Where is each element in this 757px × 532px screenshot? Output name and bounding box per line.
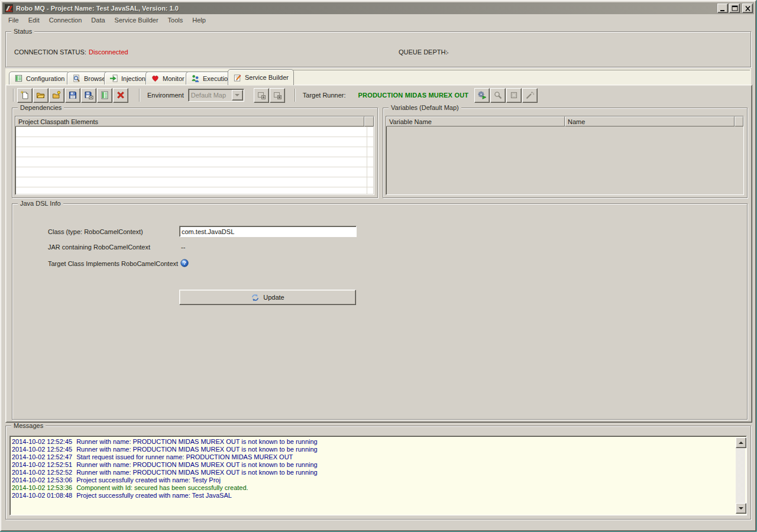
- tab-strip: Configuration Browse Injection Monitor: [5, 69, 751, 85]
- messages-legend: Messages: [11, 422, 46, 429]
- frame-icon: [509, 90, 519, 100]
- menu-item[interactable]: Connection: [44, 15, 87, 25]
- open-project-button[interactable]: [33, 88, 48, 103]
- java-dsl-legend: Java DSL Info: [18, 200, 63, 207]
- log-timestamp: 2014-10-02 01:08:48: [12, 492, 72, 499]
- messages-log[interactable]: 2014-10-02 12:52:45Runner with name: PRO…: [9, 436, 747, 515]
- log-entry: 2014-10-02 12:53:06Project successfully …: [12, 476, 735, 484]
- frame-view-button[interactable]: [506, 88, 522, 103]
- implements-label: Target Class Implements RoboCamelContext: [48, 260, 178, 267]
- log-timestamp: 2014-10-02 12:52:47: [12, 453, 72, 460]
- menu-item[interactable]: Service Builder: [110, 15, 163, 25]
- delete-project-button[interactable]: [113, 88, 128, 103]
- variables-table-body[interactable]: [387, 127, 743, 194]
- update-button-label: Update: [263, 294, 284, 301]
- start-runner-button[interactable]: [474, 88, 490, 103]
- open-remote-project-button[interactable]: [49, 88, 64, 103]
- refresh-icon: [251, 293, 260, 302]
- menu-item[interactable]: Edit: [24, 15, 44, 25]
- add-environment-button[interactable]: [254, 88, 269, 103]
- target-runner-value: PRODUCTION MIDAS MUREX OUT: [358, 92, 469, 99]
- maximize-button[interactable]: [729, 4, 740, 13]
- log-text: Runner with name: PRODUCTION MIDAS MUREX…: [76, 461, 318, 468]
- save-as-button[interactable]: [81, 88, 96, 103]
- log-text: Runner with name: PRODUCTION MIDAS MUREX…: [76, 469, 318, 476]
- scroll-down-button[interactable]: [736, 503, 746, 514]
- jar-label: JAR containing RoboCamelContext: [48, 244, 150, 251]
- tab-injection[interactable]: Injection: [104, 72, 151, 85]
- tab-label: Injection: [121, 75, 145, 82]
- log-timestamp: 2014-10-02 12:52:51: [12, 461, 72, 468]
- messages-scrollbar[interactable]: [736, 437, 745, 514]
- log-entry: 2014-10-02 12:52:52Runner with name: PRO…: [12, 469, 735, 476]
- magnifier-icon: [493, 90, 503, 100]
- log-timestamp: 2014-10-02 12:53:36: [12, 484, 72, 491]
- remove-map-icon: [273, 90, 282, 100]
- monitor-heart-icon: [151, 74, 160, 83]
- wizard-button[interactable]: [522, 88, 538, 103]
- tab-configuration[interactable]: Configuration: [9, 72, 70, 85]
- log-entry: 2014-10-02 12:52:51Runner with name: PRO…: [12, 461, 735, 469]
- tab-monitor[interactable]: Monitor: [145, 72, 190, 85]
- java-dsl-group: Java DSL Info Class (type: RoboCamelCont…: [12, 203, 748, 420]
- update-button[interactable]: Update: [179, 290, 356, 305]
- queue-depth-label: QUEUE DEPTH:: [399, 48, 448, 56]
- log-entry: 2014-10-02 12:52:45Runner with name: PRO…: [12, 438, 735, 446]
- tab-label: Browse: [84, 75, 106, 82]
- toolbar-separator: [11, 89, 15, 102]
- minimize-icon: [719, 5, 727, 12]
- variables-group: Variables (Default Map) Variable Name Na…: [383, 108, 748, 198]
- menu-item[interactable]: File: [4, 15, 24, 25]
- service-builder-panel: Environment Default Map Ta: [5, 85, 752, 423]
- connection-status-value: Disconnected: [89, 48, 128, 56]
- app-window: Robo MQ - Project Name: Test JavaSAL, Ve…: [0, 0, 756, 531]
- toolbar-separator: [137, 89, 141, 102]
- column-header-classpath[interactable]: Project Classpath Elements: [15, 116, 364, 126]
- log-text: Runner with name: PRODUCTION MIDAS MUREX…: [76, 438, 318, 445]
- menu-item[interactable]: Help: [187, 15, 211, 25]
- tab-strip-border: [289, 70, 750, 70]
- menu-item[interactable]: Tools: [163, 15, 188, 25]
- tab-label: Configuration: [26, 75, 64, 82]
- minimize-button[interactable]: [717, 4, 728, 13]
- chevron-down-icon: [235, 94, 240, 96]
- column-header-spacer: [364, 116, 374, 126]
- browse-icon: [72, 74, 81, 83]
- environment-combo-value: Default Map: [189, 92, 231, 99]
- close-button[interactable]: [742, 4, 753, 13]
- save-project-button[interactable]: [65, 88, 80, 103]
- status-group: Status CONNECTION STATUS: Disconnected Q…: [5, 31, 751, 67]
- menu-item[interactable]: Data: [86, 15, 109, 25]
- log-entry: 2014-10-02 12:52:47Start request issued …: [12, 453, 735, 461]
- column-header-variable-name[interactable]: Variable Name: [386, 116, 565, 126]
- tab-label: Monitor: [163, 75, 185, 82]
- log-entry: 2014-10-02 01:08:48Project successfully …: [12, 492, 735, 499]
- dependencies-table-body[interactable]: [16, 127, 373, 194]
- arrow-down-icon: [739, 507, 743, 510]
- save-as-icon: [84, 90, 93, 100]
- remove-environment-button[interactable]: [270, 88, 285, 103]
- svg-text:?: ?: [183, 260, 186, 266]
- configuration-icon: [14, 74, 23, 83]
- inspect-runner-button[interactable]: [490, 88, 506, 103]
- arrow-up-icon: [739, 442, 743, 444]
- new-file-icon: [20, 90, 30, 100]
- new-project-button[interactable]: [17, 88, 33, 103]
- run-gear-icon: [477, 90, 487, 100]
- dependencies-legend: Dependencies: [18, 104, 64, 111]
- environment-combo[interactable]: Default Map: [188, 89, 244, 102]
- project-list-icon: [100, 90, 109, 100]
- tab-service-builder[interactable]: Service Builder: [228, 69, 294, 85]
- toolbar: Environment Default Map Ta: [9, 87, 748, 103]
- environment-label: Environment: [147, 92, 184, 99]
- log-entry: 2014-10-02 12:53:36Component with Id: se…: [12, 484, 735, 492]
- scroll-up-button[interactable]: [736, 437, 746, 448]
- log-timestamp: 2014-10-02 12:52:45: [12, 446, 72, 453]
- column-header-name[interactable]: Name: [565, 116, 735, 126]
- toolbar-separator: [293, 89, 297, 102]
- project-properties-button[interactable]: [97, 88, 112, 103]
- injection-icon: [109, 74, 118, 83]
- combo-dropdown-button[interactable]: [232, 90, 243, 100]
- log-text: Project successfully created with name: …: [76, 476, 221, 484]
- class-input[interactable]: [179, 226, 357, 237]
